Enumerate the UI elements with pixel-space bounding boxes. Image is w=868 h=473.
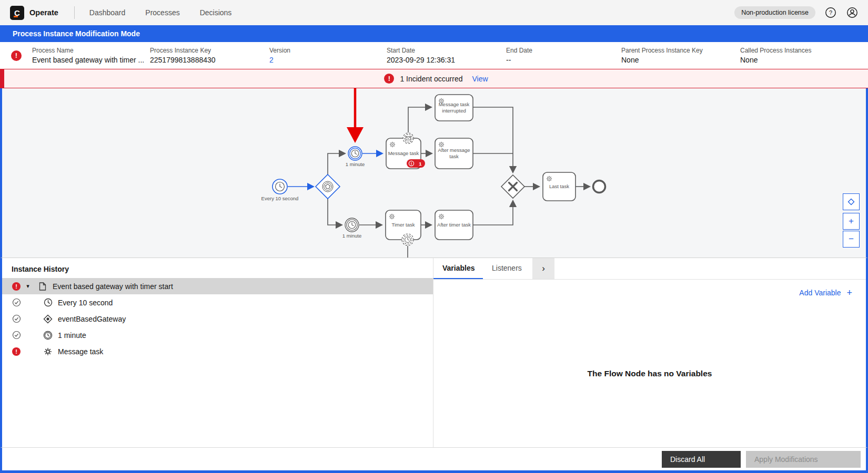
field-label: Process Instance Key [150,47,269,54]
zoom-out-button[interactable]: − [843,231,860,248]
history-row-timer-event[interactable]: 1 minute [2,327,433,343]
modification-mode-banner: Process Instance Modification Mode [0,25,868,42]
completed-state-icon [12,331,21,340]
bpmn-event-based-gateway[interactable] [316,174,340,199]
field-value: None [621,56,740,64]
history-row-label: 1 minute [58,331,86,340]
nav-decisions[interactable]: Decisions [200,8,232,17]
field-end-date: End Date -- [506,47,621,64]
diagram-zoom-controls: + − [843,193,860,248]
reset-zoom-icon [847,198,855,205]
tab-overflow-chevron-icon[interactable]: › [532,258,554,279]
zoom-in-button[interactable]: + [843,213,860,230]
modification-pointer-arrow [347,88,364,143]
field-start-date: Start Date 2023-09-29 12:36:31 [387,47,506,64]
bpmn-xor-gateway[interactable] [501,175,524,198]
logo-accent [14,16,18,17]
bpmn-timer-event-upper[interactable] [348,147,362,160]
field-value: -- [506,56,621,64]
nav-dashboard[interactable]: Dashboard [89,8,126,17]
modification-footer: Discard All Apply Modifications [0,447,868,470]
history-row-label: Message task [58,347,103,356]
modification-frame-bottom-border [0,470,868,473]
bpmn-after-timer-task[interactable]: After timer task [435,210,473,240]
nav-processes[interactable]: Processes [145,8,179,17]
field-label: Parent Process Instance Key [621,47,740,54]
field-process-name: Process Name Event based gateway with ti… [32,47,150,64]
nav-divider [74,6,75,19]
bpmn-boundary-message-event[interactable] [403,133,413,143]
history-row-event-based-gateway[interactable]: eventBasedGateway [2,311,433,327]
bpmn-diagram-canvas[interactable]: Every 10 second 1 minute [0,88,868,258]
instance-history-title: Instance History [2,258,433,278]
flow-interrupted-to-xor [473,107,513,172]
service-task-gear-icon [43,347,53,356]
add-variable-label: Add Variable [799,289,841,297]
modification-mode-title: Process Instance Modification Mode [13,29,140,38]
app-name: Operate [29,8,58,17]
panel-tabs: Variables Listeners › [433,258,866,280]
top-navigation: C Operate Dashboard Processes Decisions … [0,0,868,25]
bottom-panels: Instance History ! ▾ Event based gateway… [0,258,868,447]
incident-count-badge: ! 1 [407,159,425,168]
incident-banner-message: 1 Incident occurred [400,75,462,83]
bpmn-label-timer-upper: 1 minute [339,161,371,168]
incident-badge-count: 1 [419,161,422,167]
bpmn-message-task-interrupted[interactable]: Message task interrupted [435,95,473,121]
bpmn-label-last-task: Last task [544,174,574,199]
tab-listeners[interactable]: Listeners [483,258,532,279]
svg-text:!: ! [411,161,412,166]
variables-panel: Variables Listeners › Add Variable + The… [433,258,866,447]
tab-variables[interactable]: Variables [433,258,483,279]
bpmn-last-task[interactable]: Last task [543,172,576,201]
field-value: Event based gateway with timer ... [32,56,150,64]
timer-catch-event-icon [43,331,53,340]
user-icon[interactable] [846,6,859,19]
field-value: None [740,56,868,64]
bpmn-after-message-task[interactable]: After message task [435,138,473,169]
bpmn-label-timer-lower: 1 minute [336,232,368,239]
help-icon[interactable]: ? [824,6,837,19]
bpmn-timer-event-lower[interactable] [345,218,359,232]
field-label: Called Process Instances [740,47,868,54]
field-label: End Date [506,47,621,54]
completed-state-icon [12,298,21,307]
incident-state-icon: ! [12,282,21,291]
plus-icon: + [846,288,852,297]
add-variable-button[interactable]: Add Variable + [799,288,852,297]
flow-boundary-to-interrupted [408,107,431,132]
history-row-start-event[interactable]: Every 10 second [2,294,433,311]
camunda-logo[interactable]: C [10,6,24,20]
history-row-label: Event based gateway with timer start [53,282,173,291]
instance-history-panel: Instance History ! ▾ Event based gateway… [2,258,433,447]
history-row-message-task[interactable]: ! Message task [2,343,433,359]
incident-banner: ! 1 Incident occurred View [0,69,868,88]
field-value: 2251799813888430 [150,56,269,64]
instance-header: ! Process Name Event based gateway with … [0,42,868,69]
completed-state-icon [12,314,21,323]
field-process-instance-key: Process Instance Key 2251799813888430 [150,47,269,64]
incident-view-link[interactable]: View [472,75,488,83]
field-label: Process Name [32,47,150,54]
no-variables-message: The Flow Node has no Variables [433,369,866,378]
version-link[interactable]: 2 [269,56,387,64]
field-value: 2023-09-29 12:36:31 [387,56,506,64]
main-nav: Dashboard Processes Decisions [89,8,252,17]
chevron-down-icon[interactable]: ▾ [25,283,31,290]
bpmn-start-event-timer[interactable] [272,179,287,194]
apply-modifications-button[interactable]: Apply Modifications [746,451,861,468]
bpmn-boundary-timer-event[interactable] [402,234,413,245]
bpmn-timer-task[interactable]: Timer task [386,210,421,240]
field-parent-process-instance-key: Parent Process Instance Key None [621,47,740,64]
bpmn-label-message-task-interrupted: Message task interrupted [437,96,471,119]
history-row-label: eventBasedGateway [58,315,126,323]
variables-body: Add Variable + The Flow Node has no Vari… [433,280,866,447]
reset-zoom-button[interactable] [843,193,860,210]
process-document-icon [38,282,47,291]
license-badge: Non-production license [734,6,815,19]
field-label: Start Date [387,47,506,54]
history-row-process-instance[interactable]: ! ▾ Event based gateway with timer start [2,278,433,294]
discard-all-button[interactable]: Discard All [662,451,741,468]
bpmn-end-event[interactable] [593,181,605,193]
field-version: Version 2 [269,47,387,64]
